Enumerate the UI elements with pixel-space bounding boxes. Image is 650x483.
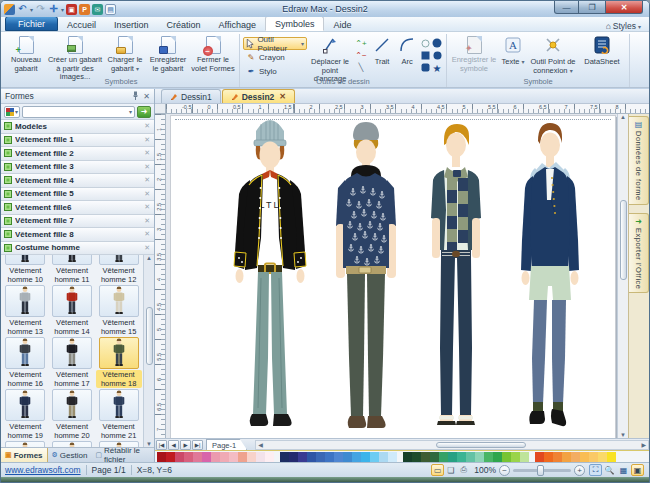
shape-thumbnail[interactable]: Vêtement homme 12 <box>95 255 142 285</box>
shape-thumbnail[interactable]: Vêtement homme 14 <box>49 285 96 337</box>
vertical-ruler[interactable]: 11.522.533.544.555.566.57 <box>155 114 166 438</box>
color-swatch[interactable] <box>457 452 466 462</box>
shape-thumbnail[interactable]: Vêtement homme 21 <box>95 389 142 441</box>
charger-gabarit-button[interactable]: Charger le gabarit ▾ <box>104 35 146 74</box>
panel-tab-retablir[interactable]: ▢ Rétablir le fichier <box>91 448 154 462</box>
zoom-in-button[interactable]: + <box>574 465 585 476</box>
square-tool-icon[interactable] <box>421 51 430 62</box>
creer-gabarit-button[interactable]: Créer un gabarit à partir des images... <box>46 35 104 83</box>
color-swatch[interactable] <box>175 452 184 462</box>
stencil-close-icon[interactable]: ✕ <box>144 136 150 144</box>
thumb-box[interactable] <box>99 285 139 317</box>
color-swatch[interactable] <box>421 452 430 462</box>
search-input[interactable]: ▾ <box>22 106 135 118</box>
color-swatch[interactable] <box>247 452 256 462</box>
stencil-close-icon[interactable]: ✕ <box>144 230 150 238</box>
shape-thumbnail[interactable]: Vêtement homme 18 <box>95 337 142 389</box>
shape-thumbnail[interactable]: Vêtement homme 17 <box>49 337 96 389</box>
color-swatch[interactable] <box>493 452 502 462</box>
stencil-close-icon[interactable]: ✕ <box>144 163 150 171</box>
hscroll-right-icon[interactable]: ▶ <box>641 441 646 448</box>
shape-thumbnail[interactable]: Vêtement homme 13 <box>2 285 49 337</box>
shape-thumbnail[interactable] <box>2 441 49 447</box>
color-swatch[interactable] <box>439 452 448 462</box>
shape-thumbnail[interactable]: Vêtement homme 11 <box>49 255 96 285</box>
search-go-button[interactable]: ➜ <box>137 106 151 118</box>
tab-affichage[interactable]: Affichage <box>210 18 265 31</box>
crayon-button[interactable]: ✎ Crayon <box>243 51 307 64</box>
vscroll-thumb[interactable] <box>620 200 627 280</box>
thumb-box[interactable] <box>52 441 92 447</box>
color-swatch[interactable] <box>325 452 334 462</box>
color-swatch[interactable] <box>580 452 589 462</box>
view-pagebreak-icon[interactable]: ❏ <box>444 464 457 476</box>
color-swatch[interactable] <box>202 452 211 462</box>
color-swatch[interactable] <box>448 452 457 462</box>
side-tab-donnees-de-forme[interactable]: ▤ Données de forme <box>629 116 649 205</box>
fermer-volet-button[interactable]: – Fermer le volet Formes <box>190 35 236 74</box>
thumb-box[interactable] <box>5 389 45 421</box>
stencil-row[interactable]: Vêtement fille 5✕ <box>1 188 154 202</box>
color-swatch[interactable] <box>238 452 247 462</box>
color-swatch[interactable] <box>370 452 379 462</box>
panel-tab-gestion[interactable]: ⚙ Gestion <box>48 448 92 462</box>
shape-thumbnail[interactable]: Vêtement homme 10 <box>2 255 49 285</box>
view-print-icon[interactable]: ⎙ <box>457 464 470 476</box>
horizontal-scrollbar[interactable]: ◀ ▶ <box>255 440 649 450</box>
thumb-box[interactable] <box>99 337 139 369</box>
scroll-down-icon[interactable]: ▼ <box>146 441 152 447</box>
color-swatch[interactable] <box>484 452 493 462</box>
dot-tool-icon[interactable] <box>433 51 442 62</box>
fullscreen-icon[interactable]: ▣ <box>631 464 644 476</box>
thumb-box[interactable] <box>5 255 45 265</box>
color-swatch[interactable] <box>607 452 616 462</box>
vertical-scrollbar[interactable]: ▲ ▼ <box>617 114 628 438</box>
stencil-close-icon[interactable]: ✕ <box>144 217 150 225</box>
stencil-row[interactable]: Vêtement fille 2✕ <box>1 147 154 161</box>
segment-icon[interactable]: ╲ <box>355 62 367 73</box>
color-swatch[interactable] <box>544 452 553 462</box>
color-swatch[interactable] <box>193 452 202 462</box>
thumb-box[interactable] <box>52 255 92 265</box>
remove-anchor-icon[interactable]: ⌃− <box>355 50 367 61</box>
stencil-row[interactable]: Vêtement fille 4✕ <box>1 174 154 188</box>
fashion-figure-3[interactable] <box>411 118 501 438</box>
color-swatch[interactable] <box>475 452 484 462</box>
stencil-close-icon[interactable]: ✕ <box>144 244 150 252</box>
doc-tab-dessin1[interactable]: Dessin1 <box>161 89 221 103</box>
shape-thumbnail[interactable]: Vêtement homme 20 <box>49 389 96 441</box>
view-normal-icon[interactable]: ▭ <box>431 464 444 476</box>
color-swatch[interactable] <box>316 452 325 462</box>
stencil-close-icon[interactable]: ✕ <box>144 122 150 130</box>
color-swatch[interactable] <box>502 452 511 462</box>
panel-scrollbar[interactable]: ▲ ▼ <box>143 255 154 447</box>
maximize-button[interactable]: ❐ <box>579 1 605 14</box>
color-swatch[interactable] <box>466 452 475 462</box>
tab-creation[interactable]: Création <box>158 18 210 31</box>
star-tool-icon[interactable]: ★ <box>433 64 442 73</box>
page[interactable]: LTL <box>170 115 616 438</box>
tab-fichier[interactable]: Fichier <box>5 16 58 31</box>
stencil-close-icon[interactable]: ✕ <box>144 203 150 211</box>
doc-tab-close-icon[interactable]: ✕ <box>279 92 286 101</box>
fashion-figure-4[interactable] <box>505 118 595 438</box>
thumb-box[interactable] <box>99 389 139 421</box>
thumb-box[interactable] <box>5 337 45 369</box>
color-swatch[interactable] <box>280 452 289 462</box>
color-swatch[interactable] <box>511 452 520 462</box>
color-swatch[interactable] <box>289 452 298 462</box>
enregistrer-symbole-button[interactable]: ✦ Enregistrer le symbole <box>450 35 498 74</box>
nouveau-gabarit-button[interactable]: + Nouveau gabarit <box>6 35 46 74</box>
color-swatch[interactable] <box>166 452 175 462</box>
color-swatch[interactable] <box>535 452 544 462</box>
doc-tab-dessin2[interactable]: Dessin2 ✕ <box>222 89 295 103</box>
color-swatch[interactable] <box>403 452 412 462</box>
panel-close-icon[interactable]: ✕ <box>143 92 150 101</box>
zoom-out-button[interactable]: − <box>499 465 510 476</box>
stencil-row[interactable]: Vêtement fille6✕ <box>1 201 154 215</box>
hscroll-left-icon[interactable]: ◀ <box>258 441 263 448</box>
point-connexion-button[interactable]: Outil Point de connexion ▾ <box>528 35 578 76</box>
stencil-close-icon[interactable]: ✕ <box>144 149 150 157</box>
pan-window-icon[interactable]: ▦ <box>617 464 630 476</box>
thumb-box[interactable] <box>99 255 139 265</box>
